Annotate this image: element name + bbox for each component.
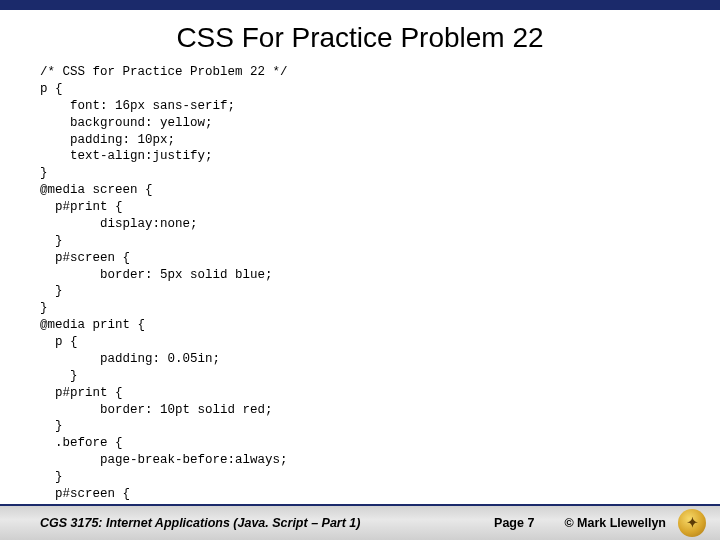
top-accent-bar (0, 0, 720, 10)
footer-bar: CGS 3175: Internet Applications (Java. S… (0, 504, 720, 540)
course-label: CGS 3175: Internet Applications (Java. S… (40, 516, 360, 530)
copyright-label: © Mark Llewellyn (564, 516, 666, 530)
slide: CSS For Practice Problem 22 /* CSS for P… (0, 0, 720, 540)
ucf-logo-icon: ✦ (678, 509, 706, 537)
page-number: Page 7 (494, 516, 534, 530)
ucf-logo-letter: ✦ (687, 515, 698, 531)
slide-title: CSS For Practice Problem 22 (0, 22, 720, 54)
code-block: /* CSS for Practice Problem 22 */ p { fo… (40, 64, 720, 540)
